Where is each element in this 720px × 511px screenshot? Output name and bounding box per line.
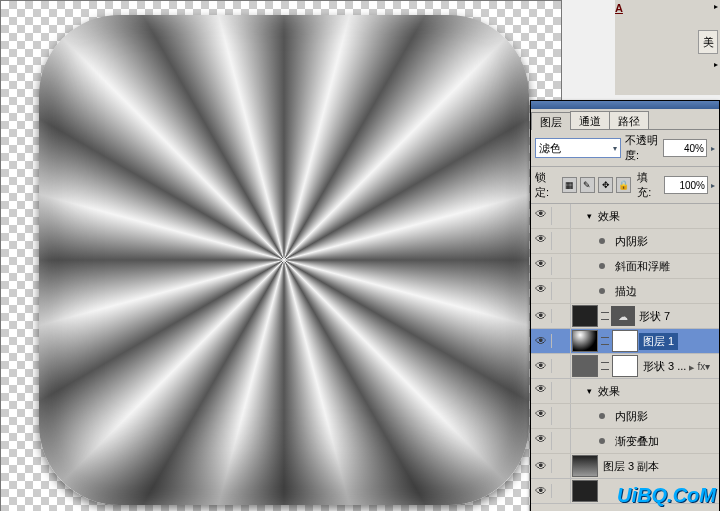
fx-label: 内阴影 <box>611 409 648 424</box>
vector-mask-thumb[interactable]: ☁ <box>611 306 635 326</box>
fill-flyout-icon[interactable]: ▸ <box>711 181 715 190</box>
visibility-toggle[interactable]: 👁 <box>531 207 552 225</box>
lock-fill-row: 锁定: ▦ ✎ ✥ 🔒 填充: ▸ <box>531 167 719 204</box>
lock-pixel-icon[interactable]: ✎ <box>580 177 595 193</box>
menu-arrow-icon[interactable]: ▸ <box>714 2 718 11</box>
fx-badge-icon[interactable]: fx▾ <box>697 361 710 372</box>
fx-bullet-icon <box>599 263 605 269</box>
fill-label: 填充: <box>637 170 661 200</box>
layers-panel: 图层 通道 路径 滤色 ▾ 不透明度: ▸ 锁定: ▦ ✎ ✥ 🔒 填充: ▸ <box>530 100 720 511</box>
fx-label: 描边 <box>611 284 637 299</box>
layer-name[interactable]: 形状 3 ... <box>639 359 694 374</box>
layer-name[interactable]: 图层 1 <box>639 333 678 350</box>
lock-all-icon[interactable]: 🔒 <box>616 177 631 193</box>
layer-shape-7[interactable]: 👁 ☁ 形状 7 <box>531 304 719 329</box>
layer-3-copy[interactable]: 👁 图层 3 副本 <box>531 454 719 479</box>
toolbar-fragment: A 美 ▸ ▸ <box>615 0 720 95</box>
tab-layers[interactable]: 图层 <box>531 112 571 130</box>
fx-bullet-icon <box>599 413 605 419</box>
visibility-toggle[interactable]: 👁 <box>531 382 552 400</box>
fx-group-effects[interactable]: 👁 ▾ 效果 <box>531 204 719 229</box>
fx-label: 效果 <box>594 209 620 224</box>
fx-group-effects-2[interactable]: 👁 ▾ 效果 <box>531 379 719 404</box>
watermark-text: UiBQ.CoM <box>617 484 716 507</box>
layer-1-selected[interactable]: 👁 图层 1 <box>531 329 719 354</box>
rounded-icon-artwork <box>39 15 529 505</box>
lock-transparency-icon[interactable]: ▦ <box>562 177 577 193</box>
opacity-label: 不透明度: <box>625 133 659 163</box>
layer-thumb[interactable] <box>572 330 598 352</box>
blend-mode-value: 滤色 <box>539 141 561 156</box>
twist-down-icon[interactable]: ▾ <box>585 386 594 396</box>
visibility-toggle[interactable]: 👁 <box>531 407 552 425</box>
panel-titlebar[interactable] <box>531 101 719 109</box>
mask-link-icon[interactable] <box>599 307 611 325</box>
mask-link-icon[interactable] <box>599 332 611 350</box>
visibility-toggle[interactable]: 👁 <box>531 334 552 348</box>
link-arrow-icon[interactable]: ▸ <box>714 60 718 69</box>
fx-gradient-overlay[interactable]: 👁 渐变叠加 <box>531 429 719 454</box>
visibility-toggle[interactable]: 👁 <box>531 282 552 300</box>
visibility-toggle[interactable]: 👁 <box>531 432 552 450</box>
fx-bullet-icon <box>599 288 605 294</box>
lock-position-icon[interactable]: ✥ <box>598 177 613 193</box>
chevron-down-icon: ▾ <box>613 144 617 153</box>
layers-tree[interactable]: 👁 ▾ 效果 👁 内阴影 👁 斜面和浮雕 👁 描边 👁 <box>531 204 719 511</box>
char-label: A <box>615 2 623 14</box>
tab-paths[interactable]: 路径 <box>609 111 649 129</box>
visibility-toggle[interactable]: 👁 <box>531 257 552 275</box>
fx-label: 效果 <box>594 384 620 399</box>
visibility-toggle[interactable]: 👁 <box>531 309 552 323</box>
panel-tabs: 图层 通道 路径 <box>531 109 719 130</box>
fx-bevel[interactable]: 👁 斜面和浮雕 <box>531 254 719 279</box>
layer-name[interactable]: 图层 3 副本 <box>599 459 659 474</box>
fx-inner-shadow[interactable]: 👁 内阴影 <box>531 229 719 254</box>
layer-thumb[interactable] <box>572 355 598 377</box>
layer-thumb[interactable] <box>572 305 598 327</box>
visibility-toggle[interactable]: 👁 <box>531 484 552 498</box>
fx-inner-shadow-2[interactable]: 👁 内阴影 <box>531 404 719 429</box>
tab-channels[interactable]: 通道 <box>570 111 610 129</box>
fx-stroke[interactable]: 👁 描边 <box>531 279 719 304</box>
vector-mask-thumb[interactable] <box>612 355 638 377</box>
twist-down-icon[interactable]: ▾ <box>585 211 594 221</box>
fx-bullet-icon <box>599 438 605 444</box>
fx-label: 渐变叠加 <box>611 434 659 449</box>
canvas-area[interactable] <box>0 0 562 511</box>
blend-mode-select[interactable]: 滤色 ▾ <box>535 138 621 158</box>
tool-button[interactable]: 美 <box>698 30 718 54</box>
fill-input[interactable] <box>664 176 708 194</box>
fx-label: 斜面和浮雕 <box>611 259 670 274</box>
fx-label: 内阴影 <box>611 234 648 249</box>
visibility-toggle[interactable]: 👁 <box>531 232 552 250</box>
blend-opacity-row: 滤色 ▾ 不透明度: ▸ <box>531 130 719 167</box>
visibility-toggle[interactable]: 👁 <box>531 459 552 473</box>
fx-bullet-icon <box>599 238 605 244</box>
lock-label: 锁定: <box>535 170 559 200</box>
layer-thumb[interactable] <box>572 480 598 502</box>
layer-name[interactable]: 形状 7 <box>635 309 670 324</box>
layer-thumb[interactable] <box>572 455 598 477</box>
layer-mask-thumb[interactable] <box>612 330 638 352</box>
opacity-flyout-icon[interactable]: ▸ <box>711 144 715 153</box>
visibility-toggle[interactable]: 👁 <box>531 359 552 373</box>
layer-shape-3[interactable]: 👁 形状 3 ... fx▾ <box>531 354 719 379</box>
opacity-input[interactable] <box>663 139 707 157</box>
mask-link-icon[interactable] <box>599 357 611 375</box>
